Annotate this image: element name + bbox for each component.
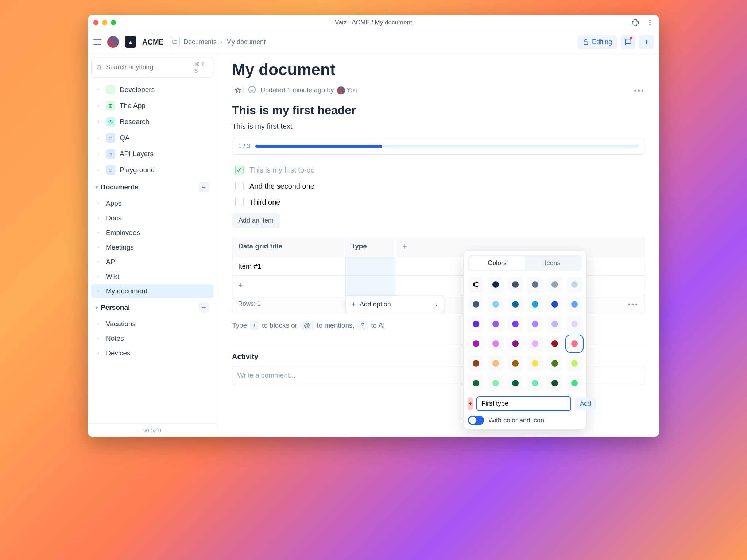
sidebar-item[interactable]: Developers [91,82,213,97]
sidebar-section-header[interactable]: ▾Documents+ [91,178,213,196]
color-swatch[interactable] [566,355,582,371]
color-swatch[interactable] [468,336,484,352]
workspace-icon[interactable]: ▲ [125,36,136,48]
color-swatch[interactable] [566,316,582,332]
color-swatch[interactable] [488,296,504,312]
color-swatch[interactable] [507,336,523,352]
grid-more-menu[interactable]: ••• [628,300,639,309]
sidebar-item[interactable]: ◎Research [91,114,213,130]
more-vertical-icon[interactable] [646,19,654,26]
color-swatch[interactable] [566,336,582,352]
color-swatch[interactable] [527,277,543,293]
minimize-window[interactable] [102,20,107,25]
todo-item[interactable]: And the second one [232,178,645,194]
color-swatch[interactable] [547,375,563,391]
editing-mode-button[interactable]: Editing [577,35,617,49]
type-cell-active[interactable]: + Add option › [345,276,396,296]
checkbox[interactable]: ✓ [235,166,244,174]
color-swatch[interactable] [566,277,582,293]
search-input[interactable] [106,63,190,71]
grid-cell[interactable]: Item #1 [232,257,345,275]
add-option-button[interactable]: Add [575,397,596,410]
sidebar-item[interactable]: ☺Playground [91,162,213,178]
menu-toggle[interactable] [93,39,101,45]
color-swatch[interactable] [468,277,484,293]
sidebar-item[interactable]: Docs [91,211,213,225]
extension-icon[interactable] [632,19,639,26]
color-swatch[interactable] [488,336,504,352]
breadcrumb-current[interactable]: My document [226,38,266,46]
paragraph[interactable]: This is my first text [232,122,645,131]
grid-cell-type[interactable] [345,257,396,275]
user-avatar[interactable] [107,36,119,48]
emoji-button[interactable] [248,86,256,95]
checkbox[interactable] [235,182,244,190]
selected-icon-preview[interactable]: ✦ [468,397,473,410]
todo-item[interactable]: Third one [232,194,645,210]
favorite-button[interactable] [232,85,244,96]
sidebar-item[interactable]: ⊞The App [91,98,213,113]
color-swatch[interactable] [468,296,484,312]
grid-col-title[interactable]: Data grid title [232,237,345,257]
workspace-name[interactable]: ACME [142,38,164,46]
color-swatch[interactable] [468,316,484,332]
tab-icons[interactable]: Icons [525,256,580,270]
document-title[interactable]: My document [232,61,645,79]
comments-button[interactable] [621,35,635,49]
color-swatch[interactable] [488,316,504,332]
color-swatch[interactable] [547,277,563,293]
color-swatch[interactable] [547,316,563,332]
heading-1[interactable]: This is my first header [232,104,645,117]
color-swatch[interactable] [488,375,504,391]
add-button[interactable] [639,35,654,49]
maximize-window[interactable] [111,20,116,25]
sidebar-item[interactable]: My document [91,284,213,298]
breadcrumb-root[interactable]: Documents [183,38,217,46]
checkbox[interactable] [235,198,244,206]
sidebar-item[interactable]: Employees [91,226,213,240]
color-swatch[interactable] [547,296,563,312]
more-menu[interactable]: ••• [634,86,645,95]
color-swatch[interactable] [566,375,582,391]
color-swatch[interactable] [527,316,543,332]
sidebar-item[interactable]: Wiki [91,270,213,283]
add-item-icon[interactable]: + [199,182,209,192]
sidebar-item[interactable]: Devices [91,346,213,360]
color-swatch[interactable] [488,277,504,293]
option-name-input[interactable] [476,396,571,411]
color-swatch[interactable] [507,296,523,312]
color-swatch[interactable] [507,375,523,391]
color-swatch[interactable] [566,296,582,312]
color-swatch[interactable] [488,355,504,371]
sidebar-section-header[interactable]: ▾Personal+ [91,299,213,316]
add-row-button[interactable]: + [232,276,345,296]
color-swatch[interactable] [547,355,563,371]
close-window[interactable] [93,20,98,25]
color-swatch[interactable] [547,336,563,352]
tab-colors[interactable]: Colors [469,256,525,270]
grid-col-type[interactable]: Type [345,237,396,257]
color-swatch[interactable] [527,355,543,371]
color-swatch[interactable] [527,296,543,312]
color-swatch[interactable] [527,375,543,391]
sidebar-item[interactable]: Meetings [91,240,213,254]
color-swatch[interactable] [507,277,523,293]
color-swatch[interactable] [507,355,523,371]
sidebar-item[interactable]: ≋API Layers [91,146,213,162]
sidebar-item[interactable]: ≡QA [91,130,213,146]
color-swatch[interactable] [468,375,484,391]
color-swatch[interactable] [527,336,543,352]
folder-icon[interactable] [170,37,180,47]
todo-item[interactable]: ✓This is my first to-do [232,162,645,178]
sidebar-item[interactable]: Vacations [91,317,213,331]
color-icon-toggle[interactable] [468,416,484,425]
color-swatch[interactable] [468,355,484,371]
add-option-dropdown[interactable]: + Add option › [345,296,444,313]
sidebar-item[interactable]: API [91,255,213,269]
sidebar-item[interactable]: Notes [91,332,213,345]
color-swatch[interactable] [507,316,523,332]
sidebar-item[interactable]: Apps [91,197,213,211]
add-item-button[interactable]: Add an item [232,213,280,228]
search-box[interactable]: ⌘ ⇧ S [91,57,213,78]
add-item-icon[interactable]: + [199,302,209,313]
